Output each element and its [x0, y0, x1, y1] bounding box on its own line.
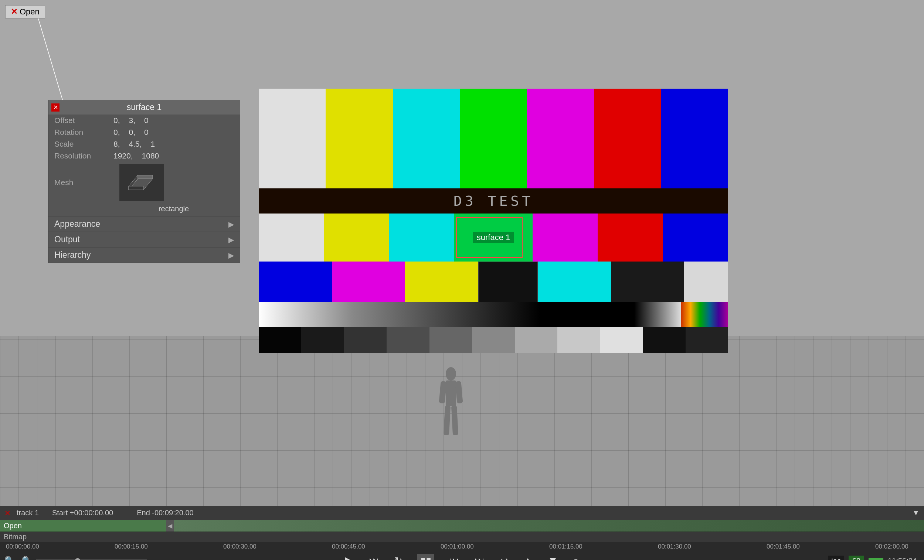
ruler-mark-8: 00:02:00.00 — [875, 543, 909, 550]
timeline-area: ✕ track 1 Start +00:00:00.00 End -00:09:… — [0, 506, 924, 560]
test-pattern-container: D3 TEST surface 1 — [259, 89, 728, 347]
bot-black — [611, 262, 684, 302]
grad-gray-black — [352, 302, 540, 327]
track-expand[interactable]: ◀ — [166, 520, 174, 532]
track-name: track 1 — [16, 509, 39, 517]
open-button[interactable]: ✕ Open — [5, 5, 45, 18]
stop-button[interactable]: ▮▮ — [417, 554, 434, 560]
d3-test-text: D3 TEST — [453, 193, 533, 209]
ruler-mark-1: 00:00:15.00 — [115, 543, 148, 550]
ruler-mark-0: 00:00:00.00 — [6, 543, 39, 550]
offset-row: Offset 0, 3, 0 — [48, 115, 240, 126]
track-start: Start +00:00:00.00 — [52, 509, 113, 517]
ruler-mark-3: 00:00:45.00 — [332, 543, 365, 550]
bw-9 — [643, 327, 685, 353]
appearance-arrow: ▶ — [228, 220, 234, 229]
open-label: Open — [20, 7, 39, 16]
svg-rect-8 — [455, 381, 463, 403]
status-right: joe 60 11:56:24 — [828, 556, 916, 560]
track-header: ✕ track 1 Start +00:00:00.00 End -00:09:… — [0, 506, 924, 520]
bw-4 — [429, 327, 472, 353]
mid-bar-center: surface 1 — [454, 214, 532, 262]
bw-1 — [301, 327, 344, 353]
bar-white — [259, 89, 326, 189]
bot-cyan — [538, 262, 611, 302]
bw-6 — [515, 327, 557, 353]
mesh-label: Mesh — [54, 178, 114, 187]
track-close-icon[interactable]: ✕ — [4, 509, 11, 518]
bitmap-label: Bitmap — [4, 533, 27, 541]
prev-button[interactable]: ⏮ — [449, 555, 459, 560]
grad-black — [540, 302, 634, 327]
record-button[interactable]: ● — [573, 555, 579, 560]
svg-rect-7 — [439, 381, 447, 403]
svg-line-0 — [37, 14, 64, 107]
panel-title: ✕ surface 1 — [48, 100, 240, 115]
hierarchy-section[interactable]: Hierarchy ▶ — [48, 247, 240, 263]
rewind-button[interactable]: ↩ — [500, 555, 508, 560]
svg-rect-10 — [451, 406, 458, 436]
open-close-icon[interactable]: ✕ — [11, 7, 17, 16]
mesh-name: rectangle — [108, 203, 240, 216]
bar-cyan — [393, 89, 460, 189]
zoom-out-button[interactable]: 🔍 — [4, 556, 14, 560]
gradient-strip — [259, 302, 728, 327]
svg-rect-4 — [129, 186, 143, 190]
bw-0 — [259, 327, 301, 353]
rotation-label: Rotation — [54, 128, 114, 137]
bot-yellow — [405, 262, 478, 302]
track-open-label[interactable]: Open — [0, 520, 166, 532]
triangle-up-button[interactable]: ▲ — [523, 555, 533, 560]
loop-button[interactable]: ↻ — [394, 555, 402, 560]
panel-close-button[interactable]: ✕ — [51, 103, 60, 112]
human-silhouette — [436, 366, 466, 447]
surface-label-text: surface 1 — [473, 232, 514, 243]
clock-time: 11:56:24 — [888, 557, 916, 560]
output-arrow: ▶ — [228, 235, 234, 244]
bar-red — [594, 89, 661, 189]
appearance-section[interactable]: Appearance ▶ — [48, 216, 240, 232]
ruler-mark-5: 00:01:15.00 — [549, 543, 582, 550]
rotation-row: Rotation 0, 0, 0 — [48, 126, 240, 138]
triangle-down-button[interactable]: ▼ — [548, 555, 558, 560]
bitmap-row: Bitmap — [0, 532, 924, 542]
track-row: Open ◀ — [0, 520, 924, 532]
zoom-in-button[interactable]: 🔎 — [19, 556, 29, 560]
fps-bar — [868, 558, 884, 560]
resolution-label: Resolution — [54, 151, 114, 160]
bw-7 — [557, 327, 600, 353]
mid-bar-yellow — [324, 214, 389, 262]
mesh-area: Mesh — [48, 162, 240, 203]
bar-magenta — [527, 89, 594, 189]
mesh-preview[interactable] — [119, 164, 164, 201]
color-bars-bottom — [259, 262, 728, 302]
mid-bar-red — [598, 214, 663, 262]
resolution-values: 1920, 1080 — [114, 151, 159, 160]
skip-forward-button[interactable]: ⏭ — [474, 555, 484, 560]
zoom-handle[interactable] — [75, 558, 80, 560]
track-content — [174, 520, 924, 532]
fps-number: 60 — [849, 556, 864, 560]
hierarchy-label: Hierarchy — [54, 250, 228, 260]
play-button[interactable]: ▶ — [345, 554, 354, 560]
svg-point-5 — [446, 367, 456, 380]
play-next-button[interactable]: ⏭ — [369, 555, 379, 560]
bar-green — [460, 89, 526, 189]
hierarchy-arrow: ▶ — [228, 251, 234, 260]
username: joe — [828, 556, 844, 560]
ruler-mark-6: 00:01:30.00 — [658, 543, 691, 550]
panel-title-text: surface 1 — [127, 102, 162, 112]
test-pattern: D3 TEST surface 1 — [259, 89, 728, 347]
output-section[interactable]: Output ▶ — [48, 232, 240, 247]
bw-5 — [472, 327, 514, 353]
timecode-ruler: 00:00:00.00 00:00:15.00 00:00:30.00 00:0… — [0, 542, 924, 551]
svg-rect-9 — [444, 406, 450, 436]
bot-blue — [259, 262, 332, 302]
bot-dark-sel — [478, 262, 538, 302]
track-arrow[interactable]: ▼ — [912, 509, 920, 517]
resolution-row: Resolution 1920, 1080 — [48, 150, 240, 162]
rotation-values: 0, 0, 0 — [114, 128, 148, 137]
surface-panel: ✕ surface 1 Offset 0, 3, 0 Rotation 0, 0… — [48, 100, 240, 263]
transport-bar: 🔍 🔎 ▶ ⏭ ↻ ▮▮ ⏮ ⏭ ↩ ▲ ▼ ● joe 60 11:56:24 — [0, 551, 924, 560]
zoom-controls: 🔍 🔎 — [4, 551, 147, 560]
